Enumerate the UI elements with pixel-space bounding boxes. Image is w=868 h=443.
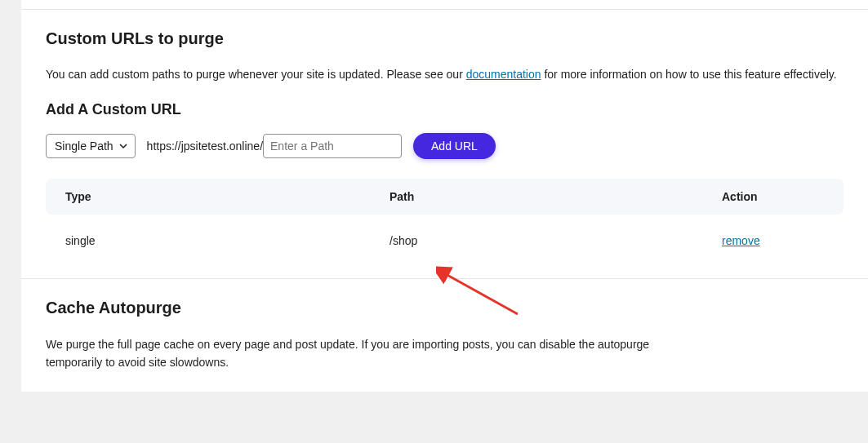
- table-row: single /shop remove: [46, 215, 844, 259]
- url-prefix: https://jpsitetest.online/: [147, 140, 263, 153]
- add-url-button[interactable]: Add URL: [413, 133, 496, 159]
- admin-sidebar-stub: [0, 0, 21, 392]
- row-action: remove: [722, 234, 824, 247]
- cache-autopurge-section: Cache Autopurge We purge the full page c…: [21, 279, 868, 392]
- row-path: /shop: [389, 234, 722, 247]
- path-type-selected-label: Single Path: [55, 140, 114, 153]
- row-type: single: [65, 234, 389, 247]
- col-header-action: Action: [722, 190, 824, 203]
- add-custom-url-title: Add A Custom URL: [46, 101, 844, 118]
- custom-urls-section: Custom URLs to purge You can add custom …: [21, 10, 868, 279]
- table-header: Type Path Action: [46, 179, 844, 215]
- documentation-link[interactable]: documentation: [466, 68, 541, 81]
- top-divider: [21, 0, 868, 10]
- remove-link[interactable]: remove: [722, 234, 760, 247]
- col-header-path: Path: [389, 190, 722, 203]
- main-content: Custom URLs to purge You can add custom …: [21, 0, 868, 392]
- chevron-down-icon: [118, 141, 128, 151]
- path-input[interactable]: [263, 134, 402, 158]
- add-url-form: Single Path https://jpsitetest.online/ A…: [46, 133, 844, 159]
- url-input-group: https://jpsitetest.online/: [147, 134, 402, 158]
- description-after: for more information on how to use this …: [541, 68, 837, 81]
- description-before: You can add custom paths to purge whenev…: [46, 68, 466, 81]
- path-type-select[interactable]: Single Path: [46, 134, 136, 158]
- custom-urls-title: Custom URLs to purge: [46, 29, 844, 48]
- custom-urls-description: You can add custom paths to purge whenev…: [46, 66, 844, 83]
- custom-urls-table: Type Path Action single /shop remove: [46, 179, 844, 259]
- col-header-type: Type: [65, 190, 389, 203]
- cache-autopurge-title: Cache Autopurge: [46, 299, 844, 317]
- cache-autopurge-description: We purge the full page cache on every pa…: [46, 335, 699, 372]
